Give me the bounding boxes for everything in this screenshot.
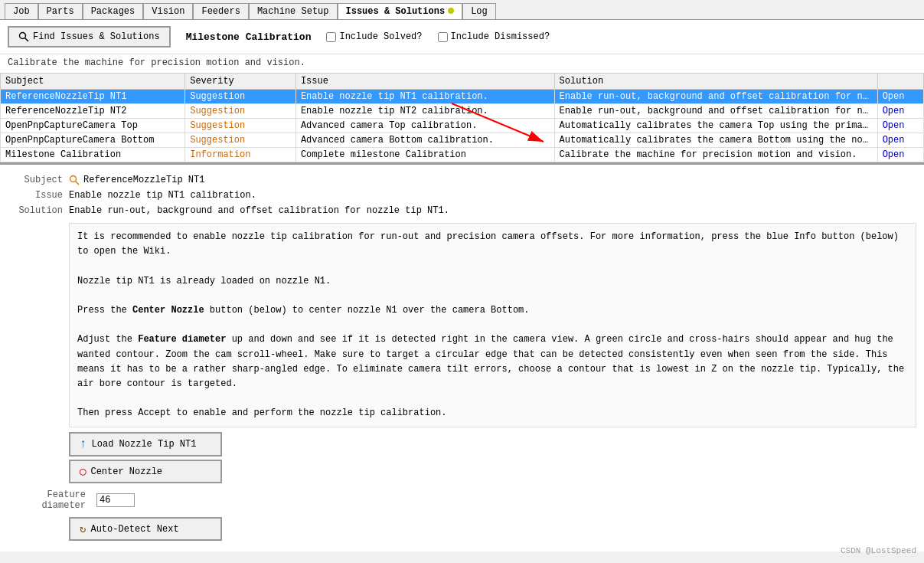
table-row[interactable]: OpenPnpCaptureCamera BottomSuggestionAdv… — [1, 133, 924, 148]
detail-subject-row: Subject ReferenceMozzleTip NT1 — [0, 172, 924, 188]
lower-section: Subject ReferenceMozzleTip NT1 Issue Ena… — [0, 165, 924, 552]
issue-label: Issue — [8, 190, 69, 201]
cell-issue: Enable nozzle tip NT1 calibration. — [295, 90, 554, 104]
table-row[interactable]: ReferenceNozzleTip NT1SuggestionEnable n… — [1, 90, 924, 104]
include-dismissed-label[interactable]: Include Dismissed? — [438, 31, 550, 42]
tab-job[interactable]: Job — [5, 3, 38, 19]
milestone-title: Milestone Calibration — [186, 31, 312, 43]
table-row[interactable]: Milestone CalibrationInformationComplete… — [1, 148, 924, 162]
load-nozzle-tip-button[interactable]: ↑ Load Nozzle Tip NT1 — [69, 432, 222, 457]
cell-solution: Enable run-out, background and offset ca… — [554, 104, 877, 119]
include-solved-checkbox[interactable] — [326, 32, 336, 42]
cell-issue: Advanced camera Top calibration. — [295, 119, 554, 133]
svg-line-1 — [25, 38, 29, 42]
issues-table-container: Subject Severity Issue Solution Referenc… — [0, 73, 924, 162]
issues-dot — [448, 8, 454, 14]
auto-detect-icon: ↻ — [80, 522, 86, 535]
auto-detect-label: Auto-Detect Next — [90, 524, 178, 535]
cell-open[interactable]: Open — [877, 133, 923, 148]
include-solved-label[interactable]: Include Solved? — [326, 31, 422, 42]
subject-value: ReferenceMozzleTip NT1 — [69, 175, 916, 185]
upper-section: Find Issues & Solutions Milestone Calibr… — [0, 20, 924, 165]
find-issues-label: Find Issues & Solutions — [33, 31, 160, 42]
issue-value: Enable nozzle tip NT1 calibration. — [69, 190, 916, 201]
cell-subject: ReferenceNozzleTip NT2 — [1, 104, 185, 119]
detail-solution-row: Solution Enable run-out, background and … — [0, 203, 924, 218]
tab-machine-setup[interactable]: Machine Setup — [249, 3, 338, 19]
table-row[interactable]: ReferenceNozzleTip NT2SuggestionEnable n… — [1, 104, 924, 119]
svg-point-4 — [70, 176, 77, 182]
toolbar: Find Issues & Solutions Milestone Calibr… — [0, 20, 924, 54]
center-nozzle-button[interactable]: ◯ Center Nozzle — [69, 460, 222, 483]
center-nozzle-icon: ◯ — [80, 465, 86, 478]
cell-solution: Automatically calibrates the camera Bott… — [554, 133, 877, 148]
cell-issue: Complete milestone Calibration — [295, 148, 554, 162]
feature-diameter-label: Feature diameter — [8, 489, 92, 511]
desc-line-4: Adjust the Feature diameter up and down … — [77, 332, 908, 391]
cell-issue: Advanced camera Bottom calibration. — [295, 133, 554, 148]
cell-solution: Calibrate the machine for precision moti… — [554, 148, 877, 162]
load-nozzle-label: Load Nozzle Tip NT1 — [92, 439, 197, 450]
description-box: It is recommended to enable nozzle tip c… — [69, 223, 916, 427]
search-icon — [18, 31, 29, 42]
desc-line-2: Nozzle tip NT1 is already loaded on nozz… — [77, 274, 908, 289]
desc-line-3: Press the Center Nozzle button (below) t… — [77, 303, 908, 318]
cell-severity: Information — [185, 148, 296, 162]
cell-open[interactable]: Open — [877, 90, 923, 104]
tab-issues-solutions[interactable]: Issues & Solutions — [338, 3, 463, 19]
solution-value: Enable run-out, background and offset ca… — [69, 205, 916, 216]
subject-search-icon — [69, 175, 80, 185]
center-nozzle-label: Center Nozzle — [90, 466, 162, 477]
watermark: CSDN @LostSpeed — [841, 546, 916, 552]
detail-issue-row: Issue Enable nozzle tip NT1 calibration. — [0, 188, 924, 203]
desc-line-5: Then press Accept to enable and perform … — [77, 406, 908, 421]
top-navigation: Job Parts Packages Vision Feeders Machin… — [0, 0, 924, 20]
cell-severity: Suggestion — [185, 104, 296, 119]
col-header-subject: Subject — [1, 74, 185, 90]
load-arrow-icon: ↑ — [80, 437, 87, 451]
milestone-description: Calibrate the machine for precision moti… — [0, 54, 924, 73]
col-header-open — [877, 74, 923, 90]
cell-open[interactable]: Open — [877, 104, 923, 119]
issues-table: Subject Severity Issue Solution Referenc… — [0, 73, 924, 162]
cell-subject: Milestone Calibration — [1, 148, 185, 162]
cell-severity: Suggestion — [185, 119, 296, 133]
cell-issue: Enable nozzle tip NT2 calibration. — [295, 104, 554, 119]
cell-open[interactable]: Open — [877, 148, 923, 162]
cell-subject: ReferenceNozzleTip NT1 — [1, 90, 185, 104]
cell-open[interactable]: Open — [877, 119, 923, 133]
cell-severity: Suggestion — [185, 90, 296, 104]
feature-diameter-input[interactable] — [96, 493, 135, 507]
cell-severity: Suggestion — [185, 133, 296, 148]
tab-feeders[interactable]: Feeders — [193, 3, 248, 19]
auto-detect-button[interactable]: ↻ Auto-Detect Next — [69, 517, 222, 541]
feature-diameter-row: Feature diameter — [0, 486, 924, 514]
tab-packages[interactable]: Packages — [83, 3, 144, 19]
desc-line-1: It is recommended to enable nozzle tip c… — [77, 230, 908, 259]
svg-line-5 — [76, 182, 80, 185]
tab-parts[interactable]: Parts — [38, 3, 83, 19]
find-issues-button[interactable]: Find Issues & Solutions — [8, 26, 171, 47]
cell-solution: Enable run-out, background and offset ca… — [554, 90, 877, 104]
cell-subject: OpenPnpCaptureCamera Top — [1, 119, 185, 133]
tab-log[interactable]: Log — [462, 3, 496, 19]
cell-subject: OpenPnpCaptureCamera Bottom — [1, 133, 185, 148]
cell-solution: Automatically calibrates the camera Top … — [554, 119, 877, 133]
svg-point-0 — [20, 33, 26, 39]
col-header-issue: Issue — [295, 74, 554, 90]
include-dismissed-checkbox[interactable] — [438, 32, 448, 42]
table-row[interactable]: OpenPnpCaptureCamera TopSuggestionAdvanc… — [1, 119, 924, 133]
solution-label: Solution — [8, 205, 69, 216]
subject-label: Subject — [8, 175, 69, 185]
col-header-solution: Solution — [554, 74, 877, 90]
col-header-severity: Severity — [185, 74, 296, 90]
tab-vision[interactable]: Vision — [143, 3, 193, 19]
